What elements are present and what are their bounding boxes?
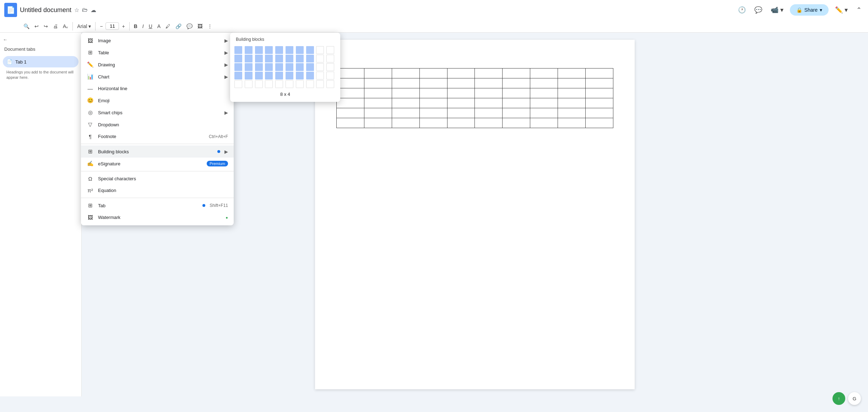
edit-mode-button[interactable]: ✏️ ▾ bbox=[833, 4, 850, 16]
cloud-icon[interactable]: ☁ bbox=[91, 7, 96, 13]
bb-grid-cell[interactable] bbox=[296, 55, 304, 62]
link-button[interactable]: 🔗 bbox=[173, 22, 184, 31]
bb-grid-cell[interactable] bbox=[255, 72, 263, 79]
spell-check-button[interactable]: Aᵥ bbox=[61, 22, 70, 31]
menu-item-smart-chips[interactable]: ◎ Smart chips ▶ bbox=[81, 106, 234, 119]
menu-item-equation[interactable]: π² Equation bbox=[81, 185, 234, 196]
bb-grid-cell[interactable] bbox=[296, 72, 304, 79]
bb-grid-cell[interactable] bbox=[265, 80, 273, 88]
history-button[interactable]: 🕐 bbox=[736, 4, 748, 16]
bb-grid-cell[interactable] bbox=[234, 80, 242, 88]
bb-grid-cell[interactable] bbox=[255, 55, 263, 62]
bb-grid-cell[interactable] bbox=[286, 63, 293, 71]
bb-grid-cell[interactable] bbox=[245, 63, 253, 71]
menu-item-horizontal-line[interactable]: — Horizontal line bbox=[81, 83, 234, 94]
star-icon[interactable]: ☆ bbox=[74, 7, 79, 13]
menu-item-image[interactable]: 🖼 Image ▶ bbox=[81, 35, 234, 46]
menu-item-emoji[interactable]: 😊 Emoji bbox=[81, 94, 234, 106]
bb-grid-cell[interactable] bbox=[326, 72, 334, 79]
bb-grid-cell[interactable] bbox=[245, 46, 253, 54]
bb-grid-cell[interactable] bbox=[326, 46, 334, 54]
bb-grid-cell[interactable] bbox=[245, 72, 253, 79]
bb-grid-cell[interactable] bbox=[245, 55, 253, 62]
bb-grid-cell[interactable] bbox=[296, 46, 304, 54]
menu-item-tab[interactable]: ⊞ Tab Shift+F11 bbox=[81, 199, 234, 212]
bb-grid-cell[interactable] bbox=[316, 55, 324, 62]
bb-grid-cell[interactable] bbox=[255, 46, 263, 54]
bb-grid-cell[interactable] bbox=[326, 80, 334, 88]
bb-grid-cell[interactable] bbox=[316, 72, 324, 79]
italic-button[interactable]: I bbox=[140, 22, 146, 31]
bb-grid-cell[interactable] bbox=[255, 63, 263, 71]
highlight-button[interactable]: 🖊 bbox=[163, 22, 173, 31]
fab-green-button[interactable]: ↑ bbox=[832, 392, 845, 396]
bb-grid-cell[interactable] bbox=[306, 55, 314, 62]
menu-item-chart[interactable]: 📊 Chart ▶ bbox=[81, 71, 234, 83]
menu-item-esignature[interactable]: ✍ eSignature Premium bbox=[81, 158, 234, 170]
video-button[interactable]: 📹 ▾ bbox=[769, 4, 786, 16]
more-button[interactable]: ⋮ bbox=[205, 22, 215, 31]
menu-item-watermark[interactable]: 🖼 Watermark ● bbox=[81, 212, 234, 223]
font-size-input[interactable] bbox=[105, 22, 119, 30]
bb-grid-cell[interactable] bbox=[296, 80, 304, 88]
bb-grid-cell[interactable] bbox=[234, 46, 242, 54]
underline-button[interactable]: U bbox=[147, 22, 154, 31]
font-selector[interactable]: Arial ▾ bbox=[75, 22, 93, 31]
menu-item-drawing[interactable]: ✏️ Drawing ▶ bbox=[81, 59, 234, 71]
bb-grid-cell[interactable] bbox=[306, 46, 314, 54]
bb-grid-cell[interactable] bbox=[296, 63, 304, 71]
folder-icon[interactable]: 🗁 bbox=[82, 7, 88, 13]
bb-grid-cell[interactable] bbox=[275, 55, 283, 62]
bb-grid-cell[interactable] bbox=[286, 55, 293, 62]
bb-grid bbox=[233, 45, 337, 89]
bb-grid-cell[interactable] bbox=[306, 72, 314, 79]
collapse-button[interactable]: ⌃ bbox=[854, 4, 864, 16]
bb-grid-cell[interactable] bbox=[265, 63, 273, 71]
font-color-button[interactable]: A bbox=[155, 22, 163, 31]
share-button[interactable]: 🔒 Share ▾ bbox=[790, 4, 829, 16]
bb-grid-cell[interactable] bbox=[255, 80, 263, 88]
bb-grid-cell[interactable] bbox=[234, 72, 242, 79]
bb-grid-cell[interactable] bbox=[326, 63, 334, 71]
comment-button[interactable]: 💬 bbox=[752, 4, 764, 16]
sidebar-title: Document tabs bbox=[3, 46, 78, 52]
sidebar-tab-1[interactable]: 📄 Tab 1 bbox=[3, 56, 78, 67]
bb-grid-cell[interactable] bbox=[275, 46, 283, 54]
bb-grid-cell[interactable] bbox=[286, 80, 293, 88]
image-insert-button[interactable]: 🖼 bbox=[195, 22, 205, 31]
premium-badge: Premium bbox=[207, 161, 228, 166]
font-size-decrease[interactable]: − bbox=[98, 22, 105, 31]
font-size-increase[interactable]: + bbox=[120, 22, 127, 31]
bb-grid-cell[interactable] bbox=[286, 46, 293, 54]
arrow-icon: ▶ bbox=[224, 62, 228, 67]
bb-grid-cell[interactable] bbox=[275, 80, 283, 88]
bb-grid-cell[interactable] bbox=[234, 63, 242, 71]
search-button[interactable]: 🔍 bbox=[21, 22, 32, 31]
menu-item-footnote[interactable]: ¶ Footnote Ctrl+Alt+F bbox=[81, 131, 234, 142]
bb-grid-cell[interactable] bbox=[265, 55, 273, 62]
bb-grid-cell[interactable] bbox=[316, 63, 324, 71]
menu-item-special-chars[interactable]: Ω Special characters bbox=[81, 173, 234, 185]
menu-item-table[interactable]: ⊞ Table ▶ bbox=[81, 46, 234, 59]
menu-item-building-blocks[interactable]: ⊞ Building blocks ▶ bbox=[81, 145, 234, 158]
redo-button[interactable]: ↪ bbox=[42, 22, 50, 31]
bb-grid-cell[interactable] bbox=[265, 72, 273, 79]
fab-white-button[interactable]: G bbox=[848, 392, 861, 396]
menu-item-dropdown[interactable]: ▽ Dropdown bbox=[81, 119, 234, 131]
comment-add-button[interactable]: 💬 bbox=[184, 22, 195, 31]
bb-grid-cell[interactable] bbox=[265, 46, 273, 54]
sidebar-back-button[interactable]: ← bbox=[3, 37, 78, 42]
bb-grid-cell[interactable] bbox=[275, 72, 283, 79]
bb-grid-cell[interactable] bbox=[306, 80, 314, 88]
bb-grid-cell[interactable] bbox=[326, 55, 334, 62]
bb-grid-cell[interactable] bbox=[316, 80, 324, 88]
bb-grid-cell[interactable] bbox=[234, 55, 242, 62]
bb-grid-cell[interactable] bbox=[316, 46, 324, 54]
bb-grid-cell[interactable] bbox=[245, 80, 253, 88]
bb-grid-cell[interactable] bbox=[275, 63, 283, 71]
bb-grid-cell[interactable] bbox=[286, 72, 293, 79]
undo-button[interactable]: ↩ bbox=[32, 22, 41, 31]
bb-grid-cell[interactable] bbox=[306, 63, 314, 71]
bold-button[interactable]: B bbox=[132, 22, 140, 31]
print-button[interactable]: 🖨 bbox=[51, 22, 60, 31]
